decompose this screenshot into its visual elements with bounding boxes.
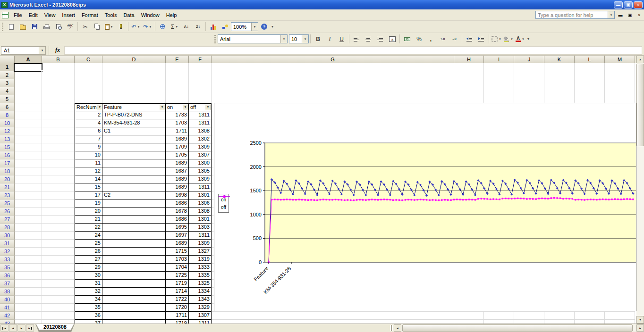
vertical-scrollbar[interactable]: ▲ ▼ bbox=[636, 56, 644, 324]
currency-style-button[interactable] bbox=[402, 34, 413, 44]
embedded-chart[interactable]: 05001000150020002500FeatureKM-354-931-28… bbox=[214, 103, 636, 311]
cell-F5[interactable] bbox=[189, 95, 212, 103]
column-header-J[interactable]: J bbox=[514, 56, 544, 63]
row-header-2[interactable]: 2 bbox=[0, 71, 15, 79]
align-center-button[interactable] bbox=[363, 34, 374, 44]
toolbar-options-icon[interactable]: ▾ bbox=[527, 37, 529, 41]
cell-D20[interactable] bbox=[102, 175, 166, 183]
cell-A30[interactable] bbox=[15, 232, 42, 240]
cell-A8[interactable] bbox=[15, 111, 42, 119]
cell-D31[interactable] bbox=[102, 240, 166, 248]
cell-B6[interactable] bbox=[42, 103, 75, 111]
cell-F23[interactable]: 1301 bbox=[189, 191, 212, 199]
workbook-restore-button[interactable]: ▣ bbox=[626, 12, 634, 18]
row-header-27[interactable]: 27 bbox=[0, 216, 15, 224]
toolbar-options-icon[interactable]: ▾ bbox=[271, 25, 273, 29]
cell-F30[interactable]: 1311 bbox=[189, 232, 212, 240]
row-header-31[interactable]: 31 bbox=[0, 240, 15, 248]
align-left-button[interactable] bbox=[351, 34, 362, 44]
cell-F18[interactable]: 1305 bbox=[189, 167, 212, 175]
chevron-down-icon[interactable]: ▼ bbox=[137, 25, 140, 28]
active-cell-selection[interactable] bbox=[14, 63, 42, 72]
help-button[interactable]: ? bbox=[259, 22, 270, 32]
cell-F1[interactable] bbox=[189, 63, 212, 71]
cell-C32[interactable]: 26 bbox=[75, 248, 102, 256]
chevron-down-icon[interactable]: ▼ bbox=[510, 38, 513, 41]
cell-C12[interactable]: 6 bbox=[75, 127, 102, 135]
sheet-tab-20120808[interactable]: 20120808 bbox=[36, 324, 74, 330]
cell-D15[interactable] bbox=[102, 143, 166, 151]
cell-M42[interactable] bbox=[605, 312, 635, 320]
cell-C26[interactable]: 20 bbox=[75, 208, 102, 216]
comma-style-button[interactable]: , bbox=[425, 34, 436, 44]
last-sheet-button[interactable]: ► bbox=[26, 324, 34, 332]
cell-E26[interactable]: 1678 bbox=[166, 208, 189, 216]
cell-M2[interactable] bbox=[605, 71, 635, 79]
font-size-combobox[interactable]: 10 ▼ bbox=[289, 34, 309, 43]
cell-A15[interactable] bbox=[15, 143, 42, 151]
cell-C18[interactable]: 12 bbox=[75, 167, 102, 175]
chevron-down-icon[interactable]: ▼ bbox=[39, 47, 45, 54]
chevron-down-icon[interactable]: ▼ bbox=[251, 23, 258, 31]
cell-B23[interactable] bbox=[42, 191, 75, 199]
cell-F36[interactable]: 1335 bbox=[189, 272, 212, 280]
format-painter-button[interactable] bbox=[115, 22, 126, 32]
column-header-K[interactable]: K bbox=[544, 56, 575, 63]
cell-I42[interactable] bbox=[484, 312, 514, 320]
cell-C13[interactable]: 7 bbox=[75, 135, 102, 143]
cell-F4[interactable] bbox=[189, 87, 212, 95]
hscroll-thumb[interactable] bbox=[402, 324, 633, 332]
cell-B21[interactable] bbox=[42, 183, 75, 191]
column-header-L[interactable]: L bbox=[575, 56, 605, 63]
cell-J5[interactable] bbox=[514, 95, 544, 103]
cell-H4[interactable] bbox=[454, 87, 484, 95]
menu-file[interactable]: File bbox=[10, 10, 25, 20]
cell-E8[interactable]: 1733 bbox=[166, 111, 189, 119]
cell-B2[interactable] bbox=[42, 71, 75, 79]
cell-F10[interactable]: 1311 bbox=[189, 119, 212, 127]
cell-I2[interactable] bbox=[484, 71, 514, 79]
cell-E31[interactable]: 1689 bbox=[166, 240, 189, 248]
insert-hyperlink-button[interactable] bbox=[157, 22, 168, 32]
next-sheet-button[interactable]: ► bbox=[17, 324, 25, 332]
cell-L1[interactable] bbox=[575, 63, 605, 71]
row-header-28[interactable]: 28 bbox=[0, 224, 15, 232]
cell-D16[interactable] bbox=[102, 151, 166, 159]
cell-F2[interactable] bbox=[189, 71, 212, 79]
cell-D17[interactable] bbox=[102, 159, 166, 167]
underline-button[interactable]: U bbox=[336, 34, 347, 44]
cell-E20[interactable]: 1689 bbox=[166, 175, 189, 183]
cell-C21[interactable]: 15 bbox=[75, 183, 102, 191]
row-header-4[interactable]: 4 bbox=[0, 87, 15, 95]
cell-D33[interactable] bbox=[102, 256, 166, 264]
hscroll-left-arrow[interactable]: ◄ bbox=[394, 324, 401, 332]
row-header-26[interactable]: 26 bbox=[0, 208, 15, 216]
cell-H5[interactable] bbox=[454, 95, 484, 103]
cell-A40[interactable] bbox=[15, 296, 42, 304]
formula-input[interactable] bbox=[64, 46, 642, 55]
row-header-20[interactable]: 20 bbox=[0, 175, 15, 183]
filter-dropdown-icon[interactable]: ▼ bbox=[182, 104, 188, 110]
cell-B43[interactable] bbox=[42, 320, 75, 324]
cell-J1[interactable] bbox=[514, 63, 544, 71]
cell-E15[interactable]: 1709 bbox=[166, 143, 189, 151]
cell-B37[interactable] bbox=[42, 280, 75, 288]
row-header-35[interactable]: 35 bbox=[0, 264, 15, 272]
chart-legend[interactable]: onoff bbox=[218, 194, 229, 213]
cell-H3[interactable] bbox=[454, 79, 484, 87]
sort-ascending-button[interactable]: A↓ bbox=[181, 22, 192, 32]
cell-A12[interactable] bbox=[15, 127, 42, 135]
italic-button[interactable]: I bbox=[324, 34, 335, 44]
cell-D6[interactable]: Feature▼ bbox=[102, 103, 166, 111]
cell-F28[interactable]: 1303 bbox=[189, 224, 212, 232]
cell-B42[interactable] bbox=[42, 312, 75, 320]
cell-E21[interactable]: 1689 bbox=[166, 183, 189, 191]
cell-E12[interactable]: 1711 bbox=[166, 127, 189, 135]
row-header-16[interactable]: 16 bbox=[0, 151, 15, 159]
cell-B27[interactable] bbox=[42, 216, 75, 224]
cell-C17[interactable]: 11 bbox=[75, 159, 102, 167]
cell-L43[interactable] bbox=[575, 320, 605, 324]
cell-B32[interactable] bbox=[42, 248, 75, 256]
cell-C33[interactable]: 27 bbox=[75, 256, 102, 264]
cell-F37[interactable]: 1325 bbox=[189, 280, 212, 288]
